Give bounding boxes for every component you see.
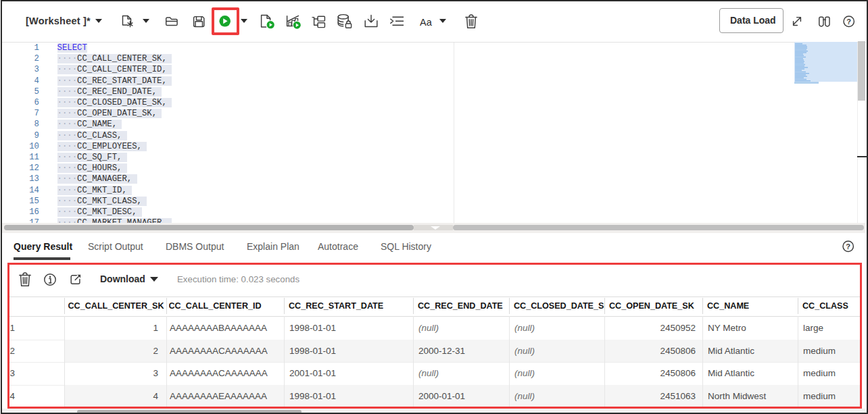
svg-text:?: ? <box>846 242 850 251</box>
svg-text:?: ? <box>846 18 851 26</box>
